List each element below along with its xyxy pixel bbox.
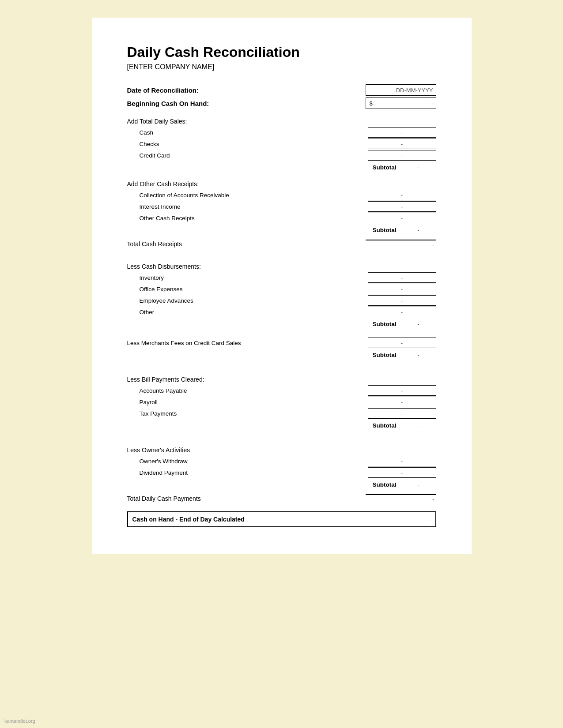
employee-advances-input[interactable]: - — [368, 295, 436, 306]
office-expenses-label: Office Expenses — [127, 286, 368, 293]
other-receipts-subtotal-label: Subtotal — [127, 227, 401, 233]
daily-sales-subtotal-value: - — [401, 164, 436, 171]
other-disbursements-input[interactable]: - — [368, 307, 436, 317]
bill-payments-subtotal-value: - — [401, 422, 436, 429]
payroll-input[interactable]: - — [368, 397, 436, 407]
merchant-fees-label: Less Merchants Fees on Credit Card Sales — [127, 340, 368, 346]
total-daily-payments-value: - — [432, 496, 436, 503]
payroll-row: Payroll - — [127, 396, 436, 408]
total-daily-payments-line — [366, 494, 436, 495]
checks-row: Checks - — [127, 138, 436, 150]
dividend-payment-label: Dividend Payment — [127, 469, 368, 476]
beginning-cash-row: Beginning Cash On Hand: $ - — [127, 98, 436, 109]
interest-income-input[interactable]: - — [368, 201, 436, 212]
merchant-fees-input[interactable]: - — [368, 338, 436, 348]
other-receipts-subtotal-value: - — [401, 227, 436, 233]
beginning-cash-label: Beginning Cash On Hand: — [127, 100, 209, 107]
inventory-input[interactable]: - — [368, 272, 436, 283]
tax-payments-input[interactable]: - — [368, 408, 436, 419]
total-cash-receipts-row: Total Cash Receipts - — [127, 240, 436, 248]
total-cash-receipts-label: Total Cash Receipts — [127, 240, 366, 248]
office-expenses-row: Office Expenses - — [127, 283, 436, 295]
bill-payments-subtotal-label: Subtotal — [127, 422, 401, 429]
accounts-payable-label: Accounts Payable — [127, 387, 368, 394]
accounts-receivable-label: Collection of Accounts Receivable — [127, 192, 368, 199]
total-daily-payments-row: Total Daily Cash Payments - — [127, 494, 436, 503]
payroll-label: Payroll — [127, 399, 368, 405]
other-disbursements-label: Other — [127, 309, 368, 315]
owners-withdraw-label: Owner's Withdraw — [127, 458, 368, 465]
owner-activities-header: Less Owner's Activities — [127, 447, 436, 454]
date-label: Date of Reconciliation: — [127, 86, 199, 94]
total-cash-receipts-line — [366, 240, 436, 240]
cash-input[interactable]: - — [368, 127, 436, 138]
date-input[interactable]: DD-MM-YYYY — [366, 84, 436, 96]
accounts-payable-input[interactable]: - — [368, 385, 436, 396]
merchant-fees-subtotal-label: Subtotal — [127, 352, 401, 358]
owner-activities-subtotal-label: Subtotal — [127, 481, 401, 488]
disbursements-subtotal-label: Subtotal — [127, 321, 401, 327]
owner-activities-subtotal-row: Subtotal - — [127, 479, 436, 490]
owners-withdraw-input[interactable]: - — [368, 456, 436, 466]
other-cash-receipts-input[interactable]: - — [368, 213, 436, 223]
total-daily-payments-label: Total Daily Cash Payments — [127, 495, 366, 502]
office-expenses-input[interactable]: - — [368, 284, 436, 294]
disbursements-subtotal-row: Subtotal - — [127, 319, 436, 329]
date-row: Date of Reconciliation: DD-MM-YYYY — [127, 84, 436, 96]
merchant-fees-subtotal-row: Subtotal - — [127, 349, 436, 360]
inventory-row: Inventory - — [127, 272, 436, 283]
disbursements-header: Less Cash Disbursements: — [127, 263, 436, 270]
cash-end-of-day-label: Cash on Hand - End of Day Calculated — [132, 516, 429, 523]
disbursements-subtotal-value: - — [401, 321, 436, 327]
accounts-receivable-input[interactable]: - — [368, 190, 436, 200]
owners-withdraw-row: Owner's Withdraw - — [127, 455, 436, 467]
dividend-payment-input[interactable]: - — [368, 467, 436, 478]
cash-end-of-day-value: - — [429, 516, 431, 523]
checks-label: Checks — [127, 141, 368, 147]
tax-payments-label: Tax Payments — [127, 410, 368, 417]
cash-row: Cash - — [127, 127, 436, 138]
company-name: [ENTER COMPANY NAME] — [127, 63, 436, 71]
employee-advances-row: Employee Advances - — [127, 295, 436, 306]
accounts-payable-row: Accounts Payable - — [127, 385, 436, 396]
daily-sales-subtotal-row: Subtotal - — [127, 162, 436, 173]
interest-income-row: Interest Income - — [127, 201, 436, 212]
credit-card-row: Credit Card - — [127, 150, 436, 161]
watermark: kantandiet.org — [4, 718, 35, 724]
total-daily-payments-value-container: - — [366, 494, 436, 503]
other-receipts-subtotal-row: Subtotal - — [127, 225, 436, 235]
checks-input[interactable]: - — [368, 139, 436, 149]
daily-sales-subtotal-label: Subtotal — [127, 164, 401, 171]
dividend-payment-row: Dividend Payment - — [127, 467, 436, 478]
credit-card-label: Credit Card — [127, 152, 368, 159]
page: Daily Cash Reconciliation [ENTER COMPANY… — [92, 18, 472, 554]
other-receipts-header: Add Other Cash Receipts: — [127, 180, 436, 188]
accounts-receivable-row: Collection of Accounts Receivable - — [127, 189, 436, 201]
total-cash-receipts-value: - — [432, 241, 436, 248]
owner-activities-subtotal-value: - — [401, 481, 436, 488]
merchant-fees-row: Less Merchants Fees on Credit Card Sales… — [127, 337, 436, 349]
daily-sales-header: Add Total Daily Sales: — [127, 118, 436, 125]
employee-advances-label: Employee Advances — [127, 297, 368, 304]
tax-payments-row: Tax Payments - — [127, 408, 436, 419]
cash-end-of-day-row: Cash on Hand - End of Day Calculated - — [127, 511, 436, 527]
interest-income-label: Interest Income — [127, 203, 368, 210]
cash-label: Cash — [127, 129, 368, 136]
total-cash-receipts-value-container: - — [366, 240, 436, 248]
page-title: Daily Cash Reconciliation — [127, 44, 436, 60]
credit-card-input[interactable]: - — [368, 150, 436, 161]
inventory-label: Inventory — [127, 274, 368, 281]
bill-payments-header: Less Bill Payments Cleared: — [127, 376, 436, 383]
bill-payments-subtotal-row: Subtotal - — [127, 420, 436, 431]
other-disbursements-row: Other - — [127, 306, 436, 318]
other-cash-receipts-label: Other Cash Receipts — [127, 215, 368, 221]
beginning-cash-input[interactable]: $ - — [366, 98, 436, 109]
merchant-fees-subtotal-value: - — [401, 352, 436, 358]
other-cash-receipts-row: Other Cash Receipts - — [127, 212, 436, 224]
